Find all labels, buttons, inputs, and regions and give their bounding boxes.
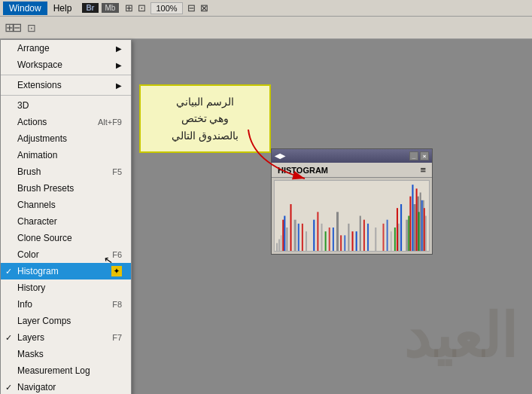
svg-rect-25 [329,228,330,251]
svg-rect-8 [321,224,323,251]
minimize-button[interactable]: _ [409,151,418,160]
svg-rect-23 [302,224,303,251]
svg-rect-33 [424,208,425,251]
menu-item-clone-source[interactable]: Clone Source [1,230,131,246]
menu-item-animation[interactable]: Animation [1,147,131,163]
menu-item-actions[interactable]: Actions Alt+F9 [1,114,131,130]
menu-item-character[interactable]: Character [1,213,131,230]
svg-rect-31 [409,197,411,251]
menu-item-label: Masks [17,349,44,359]
br-button[interactable]: Br [82,3,98,13]
window-menu[interactable]: Window [3,2,47,15]
menu-item-label: Color [17,249,39,260]
svg-rect-12 [375,228,376,251]
svg-rect-45 [325,231,327,251]
menu-item-label: Info [17,299,32,310]
svg-rect-37 [333,228,334,251]
menu-item-measurement-log[interactable]: Measurement Log [1,362,131,379]
cursor: ↖ [103,253,114,267]
svg-rect-3 [278,240,280,252]
checkmark-icon: ✓ [5,267,12,276]
menu-item-extensions[interactable]: Extensions ▶ [1,77,131,93]
svg-rect-28 [363,220,365,251]
svg-rect-32 [416,188,418,251]
callout-line2: وهي تختص [151,110,259,127]
separator [1,75,131,75]
screen-icon: ⊠ [200,2,208,14]
menu-shortcut: F6 [112,250,122,259]
menu-item-layers[interactable]: ✓ Layers F7 [1,329,131,346]
svg-rect-48 [418,212,420,251]
svg-rect-39 [356,231,357,251]
svg-rect-36 [313,220,315,251]
svg-rect-14 [398,224,400,251]
help-menu[interactable]: Help [47,2,78,15]
menu-item-brush-presets[interactable]: Brush Presets [1,180,131,197]
menu-item-brush[interactable]: Brush F5 [1,163,131,180]
menu-item-label: Layer Comps [17,316,71,326]
tool-arrange-icon: ⊞⊟ [5,20,20,35]
close-button[interactable]: × [420,151,429,160]
menu-item-label: Actions [17,117,47,127]
svg-rect-20 [425,216,427,252]
svg-rect-24 [317,212,318,251]
svg-rect-22 [290,204,292,251]
arrow-icon: ▶ [116,81,122,90]
menu-item-layer-comps[interactable]: Layer Comps [1,313,131,329]
tool-move-icon: ⊡ [27,22,36,34]
svg-rect-35 [298,224,299,251]
callout-arrow [241,126,309,186]
svg-rect-30 [397,208,398,251]
svg-rect-44 [421,200,423,251]
menu-item-workspace[interactable]: Workspace ▶ [1,57,131,73]
menu-item-label: Workspace [17,60,62,70]
frame-icon: ⊞ [125,2,133,14]
layout-icon: ⊡ [138,2,146,14]
histogram-menu-icon[interactable]: ≡ [420,164,426,176]
menu-item-adjustments[interactable]: Adjustments [1,130,131,147]
mb-button[interactable]: Mb [102,3,120,13]
menu-item-masks[interactable]: Masks [1,346,131,362]
new-badge: ✦ [111,266,122,276]
menu-item-label: History [17,283,45,293]
watermark-text: العيد [403,301,517,371]
window-dropdown: Arrange ▶ Workspace ▶ Extensions ▶ 3D Ac… [0,39,132,394]
svg-rect-21 [282,220,284,251]
svg-rect-29 [383,224,385,251]
histogram-chart [274,180,430,252]
menubar: Window Help Br Mb ⊞ ⊡ 100% ⊟ ⊠ [0,0,532,17]
callout-line1: الرسم البياني [151,93,259,110]
svg-rect-47 [408,216,409,252]
menu-item-navigator[interactable]: ✓ Navigator [1,379,131,394]
menu-item-label: Adjustments [17,133,67,144]
svg-rect-46 [394,228,396,251]
arrow-icon: ▶ [116,61,122,69]
menu-item-label: Character [17,216,57,227]
menu-item-arrange[interactable]: Arrange ▶ [1,40,131,57]
menu-item-3d[interactable]: 3D [1,97,131,114]
menu-item-info[interactable]: Info F8 [1,296,131,313]
menu-item-label: Measurement Log [17,365,90,376]
menu-item-label: Navigator [17,382,56,392]
arrow-icon: ▶ [116,44,122,53]
menu-item-label: Arrange [17,43,50,53]
menu-item-label: Layers [17,332,44,343]
menu-item-history[interactable]: History [1,279,131,296]
svg-rect-43 [412,185,413,251]
zoom-display[interactable]: 100% [150,2,182,14]
svg-rect-2 [276,243,278,251]
menu-item-label: Histogram [17,266,59,276]
svg-rect-7 [306,231,307,251]
menu-item-channels[interactable]: Channels [1,197,131,213]
svg-rect-38 [344,235,345,251]
titlebar-buttons: _ × [409,151,429,160]
checkmark-icon: ✓ [5,333,12,343]
menu-item-label: Brush [17,166,41,177]
menu-item-label: 3D [17,100,29,111]
toolbar: ⊞⊟ ⊡ [0,17,532,39]
menu-item-label: Brush Presets [17,183,74,194]
svg-rect-4 [281,235,281,251]
svg-rect-15 [406,220,408,251]
svg-rect-11 [360,216,361,252]
checkmark-icon: ✓ [5,383,12,392]
